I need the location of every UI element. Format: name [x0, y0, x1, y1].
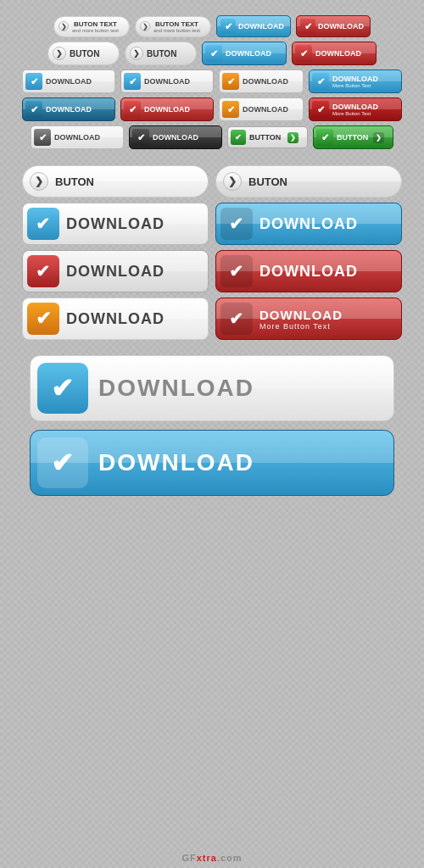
download-large-white[interactable]: ✔ DOWNLOAD — [22, 203, 209, 245]
download-icon: ✔ — [205, 45, 222, 62]
download-large-blue[interactable]: ✔ DOWNLOAD — [215, 203, 402, 245]
btn-label: DOWNLOAD — [66, 310, 165, 328]
buton-large-white-1[interactable]: BUTON — [22, 165, 209, 198]
download-icon: ✔ — [220, 303, 253, 335]
download-gray-2[interactable]: ✔ DOWNLOAD — [120, 70, 214, 93]
btn-label: DOWNLOAD — [98, 375, 254, 402]
download-icon: ✔ — [124, 73, 141, 90]
btn-label: BUTON — [248, 175, 287, 188]
download-icon: ✔ — [34, 129, 51, 146]
btn-label: DOWNLOAD — [98, 449, 254, 476]
btn-label: DOWNLOAD — [153, 133, 198, 142]
btn-label: DOWNLOAD — [226, 49, 271, 58]
chevron-icon — [223, 172, 242, 191]
download-xl-blue[interactable]: ✔ DOWNLOAD — [30, 430, 394, 496]
download-gray-1[interactable]: ✔ DOWNLOAD — [22, 70, 115, 93]
download-icon: ✔ — [220, 208, 253, 240]
btn-label: DOWNLOAD — [66, 215, 165, 233]
btn-main-label: BUTON TEXT — [153, 20, 200, 28]
download-white-dark[interactable]: ✔ DOWNLOAD — [31, 125, 124, 149]
download-icon: ✔ — [132, 129, 149, 146]
chevron-icon — [130, 47, 143, 60]
download-black[interactable]: ✔ DOWNLOAD — [129, 125, 222, 149]
download-xl-white[interactable]: ✔ DOWNLOAD — [30, 355, 394, 421]
btn-label: DOWNLOAD — [54, 133, 100, 142]
download-icon: ✔ — [222, 73, 239, 90]
watermark: GFxtra.com — [0, 853, 424, 863]
btn-label: DOWNLOAD — [243, 77, 288, 86]
btn-label: DOWNLOAD — [144, 77, 190, 86]
btn-label: BUTTON — [337, 133, 368, 142]
download-blue-tiny-1[interactable]: ✔ DOWNLOAD — [216, 15, 291, 37]
btn-sub-label: and more button text — [72, 28, 119, 33]
buton-text-white-1[interactable]: BUTON TEXT and more button text — [53, 16, 130, 37]
buton-large-white-2[interactable]: BUTON — [215, 165, 402, 198]
download-icon: ✔ — [220, 255, 253, 287]
btn-text-stack: DOWNLOAD More Button Text — [332, 103, 378, 116]
download-icon: ✔ — [27, 255, 59, 287]
download-darkblue[interactable]: ✔ DOWNLOAD — [22, 97, 115, 121]
btn-label: BUTON — [70, 49, 99, 58]
btn-sub-label: and more button text — [153, 28, 200, 33]
arrow-icon: ✔ — [231, 130, 246, 145]
btn-text-stack: DOWNLOAD More Button Text — [259, 308, 343, 331]
download-icon: ✔ — [312, 73, 329, 90]
btn-label: DOWNLOAD — [259, 215, 358, 233]
btn-label: DOWNLOAD — [238, 22, 284, 31]
download-icon: ✔ — [27, 303, 59, 335]
chevron-icon — [140, 21, 150, 31]
chevron-icon — [30, 172, 48, 191]
download-red-more[interactable]: ✔ DOWNLOAD More Button Text — [309, 97, 402, 121]
btn-label: BUTTON — [249, 133, 281, 142]
btn-label: DOWNLOAD — [144, 105, 190, 114]
btn-label: DOWNLOAD — [46, 77, 92, 86]
download-icon: ✔ — [37, 363, 88, 414]
buton-text-white-2[interactable]: BUTON TEXT and more button text — [135, 16, 211, 37]
download-red-tiny-2[interactable]: ✔ DOWNLOAD — [292, 42, 377, 65]
btn-text-stack: DOWNLOAD More Button Text — [332, 75, 378, 88]
buton-white-1[interactable]: BUTON — [47, 42, 120, 65]
download-icon: ✔ — [25, 101, 42, 118]
download-icon: ✔ — [300, 19, 315, 34]
download-icon: ✔ — [222, 101, 239, 118]
download-icon: ✔ — [295, 45, 312, 62]
download-icon: ✔ — [27, 208, 59, 240]
download-red-tiny-1[interactable]: ✔ DOWNLOAD — [296, 15, 371, 37]
chevron-icon — [59, 21, 69, 31]
btn-label: DOWNLOAD — [243, 105, 288, 114]
btn-label: BUTON — [55, 175, 94, 188]
download-gray-3[interactable]: ✔ DOWNLOAD — [219, 70, 304, 93]
download-icon: ✔ — [124, 101, 141, 118]
download-icon: ✔ — [37, 437, 88, 488]
btn-label: DOWNLOAD — [259, 263, 358, 281]
btn-main-label: BUTON TEXT — [72, 20, 119, 28]
download-icon: ✔ — [25, 73, 42, 90]
download-large-orange[interactable]: ✔ DOWNLOAD — [22, 298, 209, 340]
btn-label: DOWNLOAD — [318, 22, 364, 31]
btn-label: DOWNLOAD — [315, 49, 361, 58]
download-icon: ✔ — [220, 19, 236, 34]
download-blue-tiny-2[interactable]: ✔ DOWNLOAD — [202, 42, 287, 65]
btn-label: DOWNLOAD — [46, 105, 92, 114]
arrow-icon: ✔ — [316, 129, 333, 146]
download-red-med[interactable]: ✔ DOWNLOAD — [120, 97, 214, 121]
button-green-arrow-1[interactable]: ✔ BUTTON ❯ — [227, 126, 308, 148]
button-green-arrow-2[interactable]: ✔ BUTTON ❯ — [313, 125, 393, 149]
btn-label: BUTON — [147, 49, 176, 58]
download-gray-pill[interactable]: ✔ DOWNLOAD — [219, 97, 304, 121]
buton-white-2[interactable]: BUTON — [125, 42, 197, 65]
download-blue-more[interactable]: ✔ DOWNLOAD More Button Text — [309, 70, 402, 93]
download-icon: ✔ — [312, 101, 329, 118]
download-large-gray[interactable]: ✔ DOWNLOAD — [22, 250, 209, 292]
download-large-red-more[interactable]: ✔ DOWNLOAD More Button Text — [215, 298, 402, 340]
chevron-icon — [53, 47, 66, 60]
download-large-red[interactable]: ✔ DOWNLOAD — [215, 250, 402, 292]
btn-label: DOWNLOAD — [66, 263, 165, 281]
